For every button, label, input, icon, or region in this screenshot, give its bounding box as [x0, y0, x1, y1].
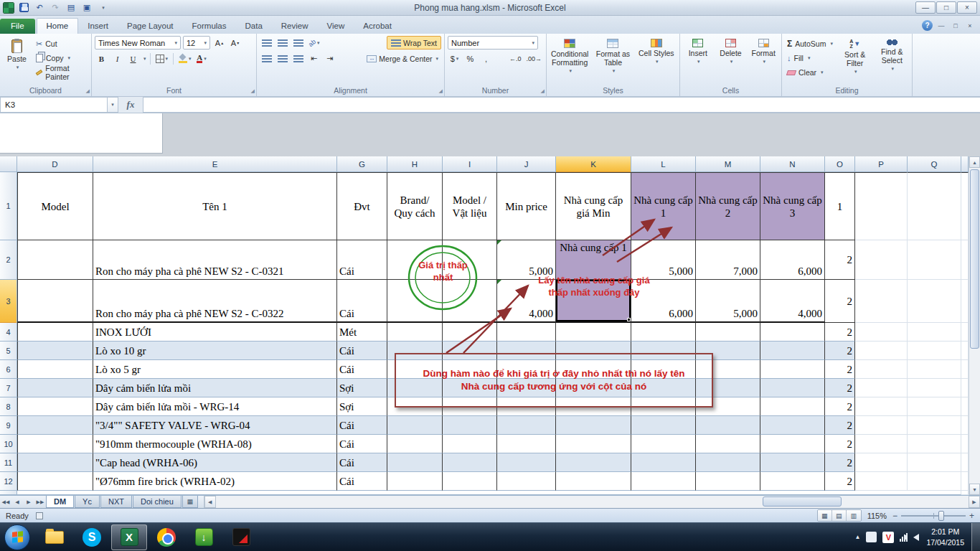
cell-M6[interactable] — [696, 360, 760, 379]
sheet-tab-dm[interactable]: DM — [46, 496, 74, 508]
cell-O11[interactable]: 2 — [825, 453, 855, 472]
cell-G7[interactable]: Sợi — [337, 379, 387, 397]
cell-K11[interactable] — [556, 453, 631, 472]
cell-O10[interactable]: 2 — [825, 435, 855, 453]
scroll-right-icon[interactable]: ▶ — [969, 496, 980, 508]
sheet-tab-doi-chieu[interactable]: Doi chieu — [133, 496, 182, 508]
wrap-text-button[interactable]: Wrap Text — [387, 36, 441, 50]
cell-L10[interactable] — [631, 435, 696, 453]
cell-J1[interactable]: Min price — [497, 172, 556, 240]
taskbar-icon-excel[interactable]: X — [111, 524, 147, 550]
cell-D5[interactable] — [17, 342, 93, 360]
cell-M5[interactable] — [696, 342, 760, 360]
cell-H12[interactable] — [387, 472, 443, 491]
cell-E7[interactable]: Dây cảm biến lửa mồi — [93, 379, 337, 397]
cell-H4[interactable] — [387, 323, 443, 342]
cell-E6[interactable]: Lò xo 5 gr — [93, 360, 337, 379]
first-sheet-icon[interactable]: ◀◀ — [0, 496, 11, 508]
cell-G11[interactable]: Cái — [337, 453, 387, 472]
taskbar-icon-idm[interactable]: ↓ — [186, 524, 222, 550]
cell-M1[interactable]: Nhà cung cấp 2 — [696, 172, 760, 240]
horizontal-scrollbar[interactable]: ◀ ▶ — [204, 496, 980, 508]
cell-I10[interactable] — [443, 435, 497, 453]
cell-K9[interactable] — [556, 416, 631, 435]
normal-view-icon[interactable]: ▦ — [818, 510, 832, 521]
cell-N7[interactable] — [760, 379, 825, 397]
italic-button[interactable]: I — [110, 52, 124, 65]
cell-P9[interactable] — [855, 416, 908, 435]
cell-G4[interactable]: Mét — [337, 323, 387, 342]
align-right-button[interactable] — [291, 52, 305, 65]
next-sheet-icon[interactable]: ▶ — [23, 496, 34, 508]
cell-P7[interactable] — [855, 379, 908, 397]
column-header-I[interactable]: I — [443, 156, 497, 172]
cell-K4[interactable] — [556, 323, 631, 342]
cell-H5[interactable] — [387, 342, 443, 360]
cell-O7[interactable]: 2 — [825, 379, 855, 397]
page-layout-view-icon[interactable]: ▤ — [832, 510, 847, 521]
cell-styles-button[interactable]: Cell Styles▾ — [636, 36, 677, 85]
percent-style-button[interactable]: % — [463, 52, 477, 65]
cell-G2[interactable]: Cái — [337, 240, 387, 280]
cell-K10[interactable] — [556, 435, 631, 453]
align-top-button[interactable] — [260, 36, 273, 50]
sort-filter-button[interactable]: AZ▼Sort & Filter▾ — [838, 36, 872, 85]
scroll-left-icon[interactable]: ◀ — [204, 496, 216, 508]
cell-G3[interactable]: Cái — [337, 280, 387, 323]
cell-J9[interactable] — [497, 416, 556, 435]
cell-G8[interactable]: Sợi — [337, 397, 387, 416]
row-header-4[interactable]: 4 — [0, 323, 17, 342]
cell-N2[interactable]: 6,000 — [760, 240, 825, 280]
cell-L7[interactable] — [631, 379, 696, 397]
hidden-icons-icon[interactable]: ▲ — [855, 534, 861, 540]
cell-N1[interactable]: Nhà cung cấp 3 — [760, 172, 825, 240]
row-header-6[interactable]: 6 — [0, 360, 17, 379]
cell-Q9[interactable] — [908, 416, 961, 435]
zoom-out-icon[interactable]: − — [892, 511, 897, 521]
borders-button[interactable]: ▾ — [154, 52, 170, 65]
cell-H1[interactable]: Brand/ Quy cách — [387, 172, 443, 240]
cell-K2[interactable]: Nhà cung cấp 1 — [556, 240, 631, 280]
cell-M12[interactable] — [696, 472, 760, 491]
fill-button[interactable]: ↓Fill▾ — [785, 52, 835, 65]
save-button[interactable] — [17, 2, 30, 14]
cell-D1[interactable]: Model — [17, 172, 93, 240]
cell-P11[interactable] — [855, 453, 908, 472]
column-header-G[interactable]: G — [337, 156, 387, 172]
cell-K7[interactable] — [556, 379, 631, 397]
minimize-button[interactable]: — — [915, 1, 936, 14]
cell-N3[interactable]: 4,000 — [760, 280, 825, 323]
vertical-scrollbar[interactable]: ▴ ▾ — [969, 156, 980, 495]
cell-M8[interactable] — [696, 397, 760, 416]
cell-K6[interactable] — [556, 360, 631, 379]
alignment-dialog-launcher-icon[interactable]: ◢ — [439, 88, 443, 94]
row-header-2[interactable]: 2 — [0, 240, 17, 280]
cell-G1[interactable]: Đvt — [337, 172, 387, 240]
row-header-5[interactable]: 5 — [0, 342, 17, 360]
cell-O9[interactable]: 2 — [825, 416, 855, 435]
cell-D11[interactable] — [17, 453, 93, 472]
ribbon-tab-view[interactable]: View — [318, 19, 354, 34]
cell-Q2[interactable] — [908, 240, 961, 280]
column-header-K[interactable]: K — [556, 156, 631, 172]
font-size-select[interactable]: 12▾ — [183, 36, 210, 50]
cell-N11[interactable] — [760, 453, 825, 472]
cell-N9[interactable] — [760, 416, 825, 435]
cell-D8[interactable] — [17, 397, 93, 416]
zoom-in-icon[interactable]: + — [969, 511, 974, 521]
cell-E10[interactable]: "910mm thermocouple (WRHA-08) — [93, 435, 337, 453]
cell-I2[interactable] — [443, 240, 497, 280]
accounting-format-button[interactable]: $▾ — [448, 52, 461, 65]
workbook-restore-button[interactable]: □ — [950, 22, 961, 29]
cell-K12[interactable] — [556, 472, 631, 491]
clear-button[interactable]: Clear▾ — [785, 66, 835, 79]
cell-L12[interactable] — [631, 472, 696, 491]
cell-D7[interactable] — [17, 379, 93, 397]
row-header-9[interactable]: 9 — [0, 416, 17, 435]
cell-L9[interactable] — [631, 416, 696, 435]
cell-H11[interactable] — [387, 453, 443, 472]
cell-M7[interactable] — [696, 379, 760, 397]
cell-E9[interactable]: "3/4"" SAFETY VALVE - WRG-04 — [93, 416, 337, 435]
column-header-P[interactable]: P — [855, 156, 908, 172]
cell-N4[interactable] — [760, 323, 825, 342]
